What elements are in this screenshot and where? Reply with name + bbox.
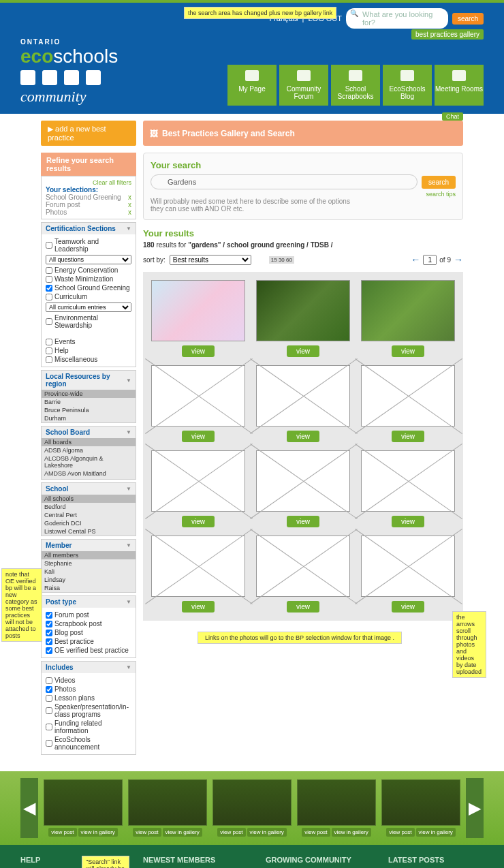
view-gallery-button[interactable]: view in gallery — [247, 828, 287, 837]
posttype-checkbox[interactable]: Best practice — [46, 637, 131, 646]
view-gallery-button[interactable]: view in gallery — [332, 828, 371, 837]
strip-next-arrow[interactable]: ▶ — [466, 778, 484, 838]
cert-checkbox[interactable]: Teamwork and Leadership — [46, 237, 131, 253]
nav-tab[interactable]: My Page — [227, 65, 277, 106]
list-item[interactable]: ALCDSB Algonquin & Lakeshore — [42, 454, 136, 469]
result-image[interactable] — [256, 365, 350, 427]
view-post-button[interactable]: view post — [48, 828, 76, 837]
nav-tab[interactable]: EcoSchools Blog — [383, 65, 432, 106]
view-button[interactable]: view — [392, 601, 424, 613]
prev-page-arrow[interactable]: ← — [411, 254, 420, 265]
nav-tab[interactable]: Community Forum — [279, 65, 328, 106]
list-item[interactable]: ADSB Algoma — [42, 446, 136, 454]
list-item[interactable]: Barrie — [42, 398, 136, 406]
section-region[interactable]: Local Resources by region — [42, 371, 136, 390]
list-item[interactable]: Listowel Cental PS — [42, 527, 136, 536]
includes-checkbox[interactable]: EcoSchools announcement — [46, 735, 131, 751]
result-image[interactable] — [151, 450, 245, 512]
result-image[interactable] — [361, 280, 455, 341]
curr-subselect[interactable]: All curriculum entries — [46, 303, 131, 312]
search-tips-link[interactable]: search tips — [151, 191, 456, 198]
cert-checkbox[interactable]: School Ground Greening — [46, 283, 131, 292]
list-item[interactable]: Central Pert — [42, 511, 136, 519]
section-member[interactable]: Member — [42, 540, 136, 551]
nav-tab[interactable]: School Scrapbooks — [331, 65, 380, 106]
global-search-input[interactable]: What are you looking for? — [346, 8, 448, 29]
view-gallery-button[interactable]: view in gallery — [163, 828, 202, 837]
add-best-practice-button[interactable]: add a new best practice — [41, 121, 136, 146]
remove-filter-icon[interactable]: x — [128, 201, 131, 208]
result-image[interactable] — [361, 450, 455, 512]
bp-gallery-link[interactable]: best practices gallery — [411, 29, 484, 40]
posttype-checkbox[interactable]: Scrapbook post — [46, 619, 131, 628]
posttype-checkbox[interactable]: OE verified best practice — [46, 646, 131, 655]
view-button[interactable]: view — [182, 516, 215, 527]
strip-image[interactable] — [44, 779, 123, 826]
remove-filter-icon[interactable]: x — [128, 208, 131, 216]
list-item[interactable]: All members — [42, 551, 136, 559]
includes-checkbox[interactable]: Speaker/presentation/in-class programs — [46, 702, 131, 719]
remove-filter-icon[interactable]: x — [128, 193, 131, 201]
list-item[interactable]: BGCDSB Bruce Grey Catholic — [42, 478, 136, 479]
result-image[interactable] — [256, 536, 350, 597]
section-board[interactable]: School Board — [42, 427, 136, 438]
chat-tab[interactable]: Chat — [442, 112, 463, 121]
view-button[interactable]: view — [182, 431, 215, 442]
strip-image[interactable] — [212, 779, 292, 826]
list-item[interactable]: AMDSB Avon Maitland — [42, 469, 136, 478]
cert-subselect[interactable]: All questions — [46, 255, 131, 264]
includes-checkbox[interactable]: Videos — [46, 676, 131, 685]
cert-checkbox[interactable]: Environmental Stewardship — [46, 313, 131, 330]
page-input[interactable] — [423, 255, 437, 265]
view-button[interactable]: view — [392, 431, 424, 442]
view-post-button[interactable]: view post — [217, 828, 245, 837]
result-image[interactable] — [361, 536, 455, 597]
strip-image[interactable] — [128, 779, 207, 826]
list-item[interactable]: Durham — [42, 414, 136, 422]
includes-checkbox[interactable]: Lesson plans — [46, 694, 131, 702]
posttype-checkbox[interactable]: Forum post — [46, 610, 131, 619]
view-button[interactable]: view — [392, 345, 424, 357]
posttype-checkbox[interactable]: Blog post — [46, 628, 131, 637]
view-gallery-button[interactable]: view in gallery — [416, 828, 456, 837]
includes-checkbox[interactable]: Funding related information — [46, 719, 131, 735]
page-size-selector[interactable]: 15 30 60 — [269, 256, 294, 264]
result-image[interactable] — [256, 450, 350, 512]
next-page-arrow[interactable]: → — [454, 254, 463, 265]
view-post-button[interactable]: view post — [386, 828, 414, 837]
view-post-button[interactable]: view post — [302, 828, 330, 837]
includes-checkbox[interactable]: Photos — [46, 685, 131, 694]
cert-checkbox[interactable]: Miscellaneous — [46, 355, 131, 364]
result-image[interactable] — [256, 280, 350, 341]
view-button[interactable]: view — [392, 516, 424, 527]
list-item[interactable]: Stephanie — [42, 559, 136, 568]
list-item[interactable]: Province-wide — [42, 390, 136, 398]
result-image[interactable] — [151, 280, 245, 341]
cert-checkbox[interactable]: Energy Conservation — [46, 266, 131, 275]
list-item[interactable]: Lindsay — [42, 576, 136, 584]
section-school[interactable]: School — [42, 483, 136, 495]
cert-checkbox[interactable]: Curriculum — [46, 292, 131, 301]
strip-image[interactable] — [297, 779, 376, 826]
sort-select[interactable]: Best results — [170, 255, 251, 265]
clear-filters-link[interactable]: Clear all filters — [46, 179, 131, 186]
view-button[interactable]: view — [182, 345, 215, 357]
view-button[interactable]: view — [287, 431, 319, 442]
view-button[interactable]: view — [287, 516, 319, 527]
result-image[interactable] — [151, 536, 245, 597]
list-item[interactable]: Raisa — [42, 584, 136, 592]
view-button[interactable]: view — [287, 601, 319, 613]
cert-checkbox[interactable]: Waste Minimization — [46, 275, 131, 283]
section-certification[interactable]: Certification Sections — [42, 223, 136, 234]
list-item[interactable]: Bedford — [42, 503, 136, 511]
results-search-input[interactable]: Gardens — [151, 174, 418, 189]
section-includes[interactable]: Includes — [42, 662, 136, 673]
view-post-button[interactable]: view post — [133, 828, 161, 837]
cert-checkbox[interactable]: Events — [46, 337, 131, 346]
nav-tab[interactable]: Meeting Rooms — [435, 65, 484, 106]
results-search-button[interactable]: search — [422, 176, 456, 189]
list-item[interactable]: All boards — [42, 438, 136, 446]
view-gallery-button[interactable]: view in gallery — [78, 828, 118, 837]
result-image[interactable] — [361, 365, 455, 427]
cert-checkbox[interactable]: Help — [46, 346, 131, 355]
